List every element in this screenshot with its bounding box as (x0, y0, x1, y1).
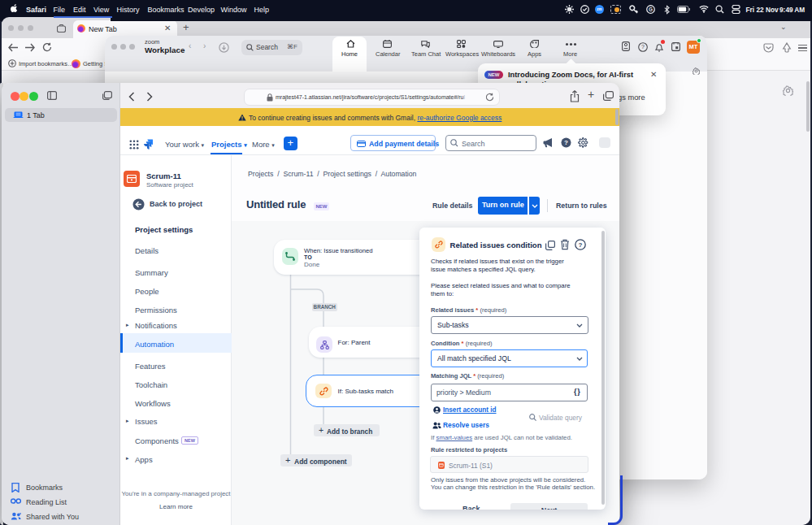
svg-text:?: ? (641, 44, 645, 50)
svg-text:?: ? (579, 241, 583, 249)
svg-text:G: G (649, 7, 653, 12)
svg-text:?: ? (564, 139, 568, 146)
